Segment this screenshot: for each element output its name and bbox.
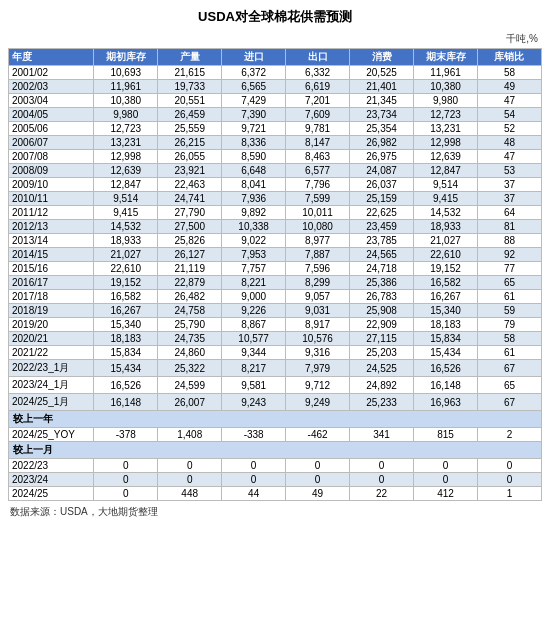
- table-row: 2014/1521,02726,1277,9537,88724,56522,61…: [9, 248, 542, 262]
- table-cell: 12,723: [414, 108, 478, 122]
- table-cell: 53: [477, 164, 541, 178]
- column-header: 期末库存: [414, 49, 478, 66]
- table-cell: 27,790: [158, 206, 222, 220]
- table-cell: 59: [477, 304, 541, 318]
- table-cell: 6,619: [286, 80, 350, 94]
- table-row: 2005/0612,72325,5599,7219,78125,35413,23…: [9, 122, 542, 136]
- table-cell: 24,758: [158, 304, 222, 318]
- table-cell: 2001/02: [9, 66, 94, 80]
- table-cell: 7,201: [286, 94, 350, 108]
- table-cell: 18,183: [414, 318, 478, 332]
- table-cell: 9,022: [222, 234, 286, 248]
- table-cell: 2005/06: [9, 122, 94, 136]
- table-cell: 21,345: [350, 94, 414, 108]
- table-cell: 24,565: [350, 248, 414, 262]
- table-cell: 10,011: [286, 206, 350, 220]
- table-cell: 6,648: [222, 164, 286, 178]
- table-cell: 8,590: [222, 150, 286, 164]
- table-cell: 25,790: [158, 318, 222, 332]
- table-row: 2007/0812,99826,0558,5908,46326,97512,63…: [9, 150, 542, 164]
- table-cell: 2023/24_1月: [9, 377, 94, 394]
- table-cell: 8,041: [222, 178, 286, 192]
- column-header: 期初库存: [94, 49, 158, 66]
- table-cell: 16,148: [414, 377, 478, 394]
- table-cell: 25,159: [350, 192, 414, 206]
- table-row: 2022/23_1月15,43425,3228,2177,97924,52516…: [9, 360, 542, 377]
- table-cell: 26,783: [350, 290, 414, 304]
- table-cell: 12,847: [94, 178, 158, 192]
- table-cell: 9,980: [94, 108, 158, 122]
- table-cell: 6,577: [286, 164, 350, 178]
- table-cell: 9,057: [286, 290, 350, 304]
- table-cell: 8,463: [286, 150, 350, 164]
- mom-cell: 412: [414, 487, 478, 501]
- table-cell: 22,879: [158, 276, 222, 290]
- column-header: 进口: [222, 49, 286, 66]
- table-row: 2011/129,41527,7909,89210,01122,62514,53…: [9, 206, 542, 220]
- table-cell: 7,390: [222, 108, 286, 122]
- table-cell: 58: [477, 66, 541, 80]
- table-row: 2009/1012,84722,4638,0417,79626,0379,514…: [9, 178, 542, 192]
- table-cell: 26,459: [158, 108, 222, 122]
- table-row: 2008/0912,63923,9216,6486,57724,08712,84…: [9, 164, 542, 178]
- table-cell: 16,526: [414, 360, 478, 377]
- table-cell: 67: [477, 394, 541, 411]
- table-row: 2024/25_1月16,14826,0079,2439,24925,23316…: [9, 394, 542, 411]
- yoy-cell: 341: [350, 428, 414, 442]
- table-cell: 22,625: [350, 206, 414, 220]
- table-cell: 16,526: [94, 377, 158, 394]
- table-cell: 21,027: [414, 234, 478, 248]
- table-cell: 81: [477, 220, 541, 234]
- mom-cell: 448: [158, 487, 222, 501]
- mom-cell: 22: [350, 487, 414, 501]
- mom-cell: 0: [414, 459, 478, 473]
- table-row: 2012/1314,53227,50010,33810,08023,45918,…: [9, 220, 542, 234]
- table-cell: 9,415: [414, 192, 478, 206]
- table-cell: 2012/13: [9, 220, 94, 234]
- table-cell: 26,037: [350, 178, 414, 192]
- table-cell: 22,610: [414, 248, 478, 262]
- table-cell: 2015/16: [9, 262, 94, 276]
- mom-cell: 2022/23: [9, 459, 94, 473]
- page-title: USDA对全球棉花供需预测: [8, 8, 542, 26]
- main-table: 年度期初库存产量进口出口消费期末库存库销比 2001/0210,69321,61…: [8, 48, 542, 501]
- unit-label: 千吨,%: [8, 32, 542, 46]
- table-cell: 25,233: [350, 394, 414, 411]
- table-row: 2021/2215,83424,8609,3449,31625,20315,43…: [9, 346, 542, 360]
- table-cell: 19,152: [414, 262, 478, 276]
- table-cell: 25,203: [350, 346, 414, 360]
- mom-row: 2022/230000000: [9, 459, 542, 473]
- table-cell: 2018/19: [9, 304, 94, 318]
- table-cell: 10,380: [94, 94, 158, 108]
- table-cell: 9,892: [222, 206, 286, 220]
- table-cell: 47: [477, 150, 541, 164]
- table-cell: 8,867: [222, 318, 286, 332]
- table-cell: 6,332: [286, 66, 350, 80]
- table-cell: 9,721: [222, 122, 286, 136]
- table-cell: 24,735: [158, 332, 222, 346]
- table-cell: 26,982: [350, 136, 414, 150]
- mom-cell: 0: [477, 459, 541, 473]
- table-cell: 20,551: [158, 94, 222, 108]
- table-cell: 7,953: [222, 248, 286, 262]
- table-cell: 24,860: [158, 346, 222, 360]
- table-cell: 14,532: [94, 220, 158, 234]
- table-cell: 9,781: [286, 122, 350, 136]
- table-row: 2004/059,98026,4597,3907,60923,73412,723…: [9, 108, 542, 122]
- table-row: 2003/0410,38020,5517,4297,20121,3459,980…: [9, 94, 542, 108]
- table-cell: 6,372: [222, 66, 286, 80]
- table-cell: 2013/14: [9, 234, 94, 248]
- table-cell: 22,909: [350, 318, 414, 332]
- mom-cell: 0: [222, 459, 286, 473]
- table-cell: 61: [477, 290, 541, 304]
- column-header: 产量: [158, 49, 222, 66]
- table-cell: 13,231: [414, 122, 478, 136]
- table-row: 2016/1719,15222,8798,2218,29925,38616,58…: [9, 276, 542, 290]
- yoy-cell: 2024/25_YOY: [9, 428, 94, 442]
- table-cell: 9,344: [222, 346, 286, 360]
- table-cell: 24,599: [158, 377, 222, 394]
- mom-cell: 0: [414, 473, 478, 487]
- table-row: 2023/24_1月16,52624,5999,5819,71224,89216…: [9, 377, 542, 394]
- table-cell: 24,741: [158, 192, 222, 206]
- table-cell: 9,243: [222, 394, 286, 411]
